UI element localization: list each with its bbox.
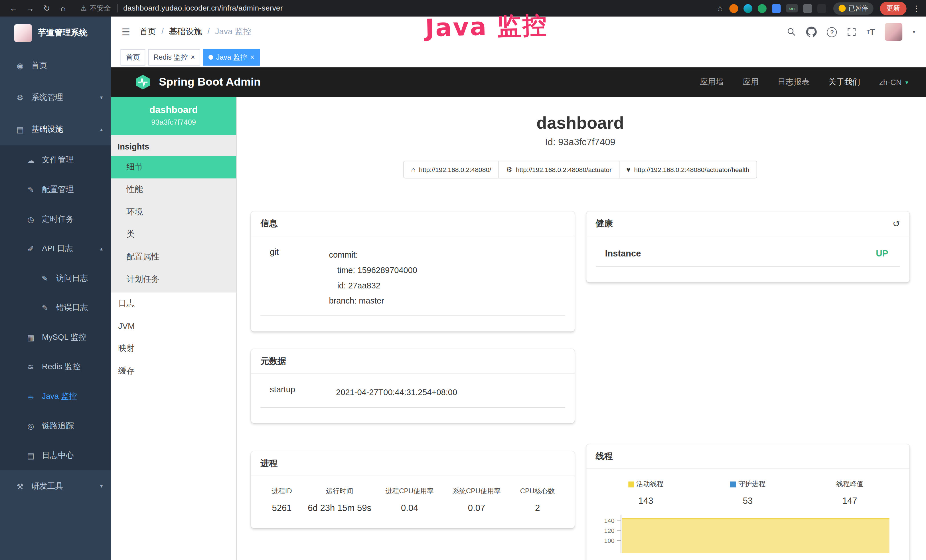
sidebar-item-redis-monitor[interactable]: ≋ Redis 监控: [0, 352, 111, 382]
sba-nav-applications[interactable]: 应用: [743, 77, 759, 87]
instance-header[interactable]: dashboard 93a3fc7f7409: [111, 97, 236, 136]
insights-group: Insights 细节 性能 环境 类 配置属性 计划任务: [111, 135, 236, 292]
sba-nav-journal[interactable]: 日志报表: [778, 77, 809, 87]
sidebar-item-home[interactable]: ◉ 首页: [0, 50, 111, 82]
sba-locale-select[interactable]: zh-CN ▾: [879, 77, 908, 86]
sba-menu-logs[interactable]: 日志: [111, 292, 236, 315]
instance-health-link[interactable]: ♥ http://192.168.0.2:48080/actuator/heal…: [619, 160, 757, 178]
sidebar-toggle-icon[interactable]: ☰: [122, 26, 130, 37]
github-icon[interactable]: [806, 27, 817, 37]
menu-label: 首页: [31, 60, 47, 71]
tab-redis-monitor[interactable]: Redis 监控 ×: [148, 49, 200, 66]
extension-icon[interactable]: [772, 4, 781, 12]
process-card-title: 进程: [260, 458, 277, 469]
log-icon: ▤: [25, 451, 36, 460]
font-size-icon[interactable]: TT: [867, 27, 875, 36]
sba-sidebar: dashboard 93a3fc7f7409 Insights 细节 性能 环境…: [111, 97, 237, 560]
system-cpu-value: 0.07: [443, 502, 510, 513]
app-title: 芋道管理系统: [38, 28, 88, 38]
breadcrumb-infrastructure[interactable]: 基础设施: [156, 27, 202, 37]
extension-puzzle-icon[interactable]: [817, 4, 826, 12]
extension-icon[interactable]: [758, 4, 767, 12]
edit-icon: ✎: [25, 185, 36, 194]
sba-menu-caches[interactable]: 缓存: [111, 360, 236, 382]
bookmark-star-icon[interactable]: ☆: [717, 4, 723, 12]
active-tab-dot: [209, 55, 213, 60]
top-navbar: ☰ 首页 基础设施 Java 监控 ?: [111, 17, 926, 47]
instance-title: dashboard: [251, 112, 909, 133]
search-icon[interactable]: [787, 27, 796, 36]
sba-menu-scheduled-tasks[interactable]: 计划任务: [111, 268, 236, 291]
instance-actuator-link[interactable]: ⚙ http://192.168.0.2:48080/actuator: [498, 160, 619, 178]
site-security-chip[interactable]: ⚠ 不安全: [80, 3, 111, 13]
extension-icon[interactable]: [803, 4, 812, 12]
sidebar-item-api-log[interactable]: ✐ API 日志 ▴: [0, 234, 111, 263]
sba-logo-icon: [135, 74, 151, 91]
tab-close-icon[interactable]: ×: [250, 54, 254, 61]
warning-icon: ⚠: [80, 4, 87, 12]
sidebar-item-config-mgmt[interactable]: ✎ 配置管理: [0, 175, 111, 204]
locale-label: zh-CN: [879, 77, 902, 86]
tab-java-monitor[interactable]: Java 监控 ×: [203, 49, 260, 66]
menu-label: 链路追踪: [42, 421, 74, 431]
sidebar-item-system-mgmt[interactable]: ⚙ 系统管理 ▾: [0, 82, 111, 114]
git-info-row: git commit: time: 1596289704000 id: 27aa…: [260, 244, 565, 316]
paused-extension-badge[interactable]: 已暂停: [833, 2, 873, 14]
instance-links: ⌂ http://192.168.0.2:48080/ ⚙ http://192…: [251, 160, 909, 178]
info-card-title: 信息: [260, 218, 277, 229]
sba-menu-jvm[interactable]: JVM: [111, 315, 236, 338]
sidebar-item-file-mgmt[interactable]: ☁ 文件管理: [0, 145, 111, 175]
sidebar-item-scheduled-jobs[interactable]: ◷ 定时任务: [0, 204, 111, 234]
home-icon[interactable]: ⌂: [56, 3, 71, 13]
sidebar-item-tracing[interactable]: ◎ 链路追踪: [0, 411, 111, 441]
breadcrumb-current: Java 监控: [202, 27, 251, 37]
sba-menu-mappings[interactable]: 映射: [111, 337, 236, 360]
help-icon[interactable]: ?: [827, 27, 837, 37]
logo-avatar: [14, 24, 32, 42]
process-table: 进程ID 运行时间 进程CPU使用率 系统CPU使用率 CPU核心数 5261 …: [260, 484, 565, 513]
tab-home[interactable]: 首页: [120, 49, 145, 66]
user-menu-caret-icon[interactable]: ▾: [912, 29, 915, 35]
chevron-up-icon: ▴: [100, 246, 103, 251]
sidebar-item-mysql-monitor[interactable]: ▦ MySQL 监控: [0, 322, 111, 352]
app-logo[interactable]: 芋道管理系统: [0, 17, 111, 50]
browser-update-button[interactable]: 更新: [880, 2, 906, 15]
threads-chart-plot: [620, 515, 895, 553]
process-cpu-value: 0.04: [376, 502, 443, 513]
sba-menu-metrics[interactable]: 性能: [111, 178, 236, 201]
browser-menu-kebab-icon[interactable]: ⋮: [912, 4, 920, 12]
breadcrumb-home[interactable]: 首页: [139, 27, 156, 37]
history-icon[interactable]: ↺: [893, 218, 900, 229]
user-avatar[interactable]: [885, 23, 903, 41]
dashboard-icon: ◉: [14, 61, 26, 70]
address-bar-url[interactable]: dashboard.yudao.iocoder.cn/infra/admin-s…: [123, 4, 283, 12]
sidebar-item-log-center[interactable]: ▤ 日志中心: [0, 441, 111, 471]
sidebar-item-access-log[interactable]: ✎ 访问日志: [0, 263, 111, 293]
sba-menu-classes[interactable]: 类: [111, 223, 236, 246]
chevron-down-icon: ▾: [100, 483, 103, 489]
info-card: 信息 git commit: time: 1596289704000 id: 2: [251, 211, 574, 331]
extension-icon[interactable]: [743, 4, 752, 12]
sba-menu-details[interactable]: 细节: [111, 156, 236, 179]
instance-home-link[interactable]: ⌂ http://192.168.0.2:48080/: [404, 160, 499, 178]
sidebar-item-java-monitor[interactable]: ☕ Java 监控: [0, 382, 111, 412]
reload-icon[interactable]: ↻: [39, 3, 54, 13]
back-icon[interactable]: ←: [6, 3, 21, 13]
insights-group-title: Insights: [111, 135, 236, 156]
extension-icon[interactable]: [729, 4, 738, 12]
sidebar-item-error-log[interactable]: ✎ 错误日志: [0, 293, 111, 322]
live-threads-area: [622, 518, 890, 553]
sidebar-item-dev-tools[interactable]: ⚒ 研发工具 ▾: [0, 470, 111, 502]
tab-close-icon[interactable]: ×: [191, 54, 195, 61]
fullscreen-icon[interactable]: [847, 27, 856, 36]
metadata-card: 元数据 startup 2021-04-27T00:44:31.254+08:0…: [251, 349, 574, 423]
sba-menu-environment[interactable]: 环境: [111, 201, 236, 223]
extension-row: on: [729, 4, 826, 12]
sba-menu-config-props[interactable]: 配置属性: [111, 246, 236, 268]
metadata-card-title: 元数据: [260, 356, 286, 367]
sba-nav-wallboard[interactable]: 应用墙: [700, 77, 724, 87]
forward-icon[interactable]: →: [23, 3, 38, 13]
sidebar-item-infrastructure[interactable]: ▤ 基础设施 ▴: [0, 114, 111, 145]
sba-nav-about[interactable]: 关于我们: [828, 77, 860, 87]
extension-on-switch-icon[interactable]: on: [786, 4, 798, 12]
